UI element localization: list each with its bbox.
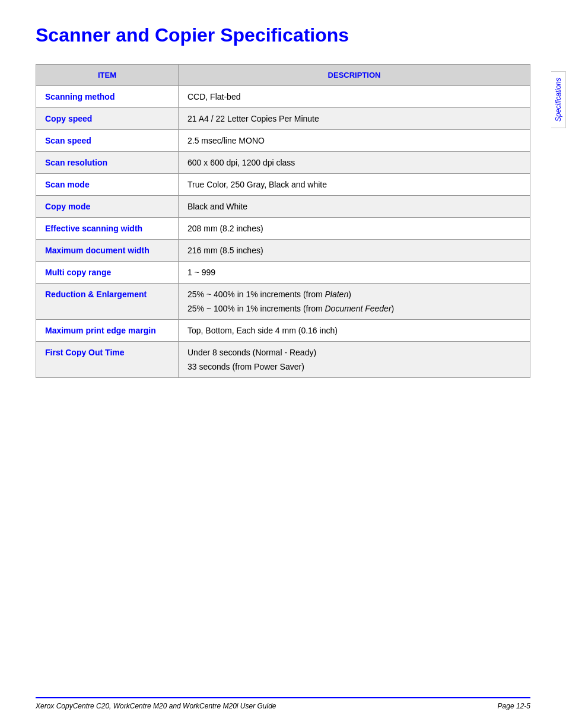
table-row-description: Under 8 seconds (Normal - Ready)33 secon… bbox=[179, 342, 530, 378]
table-row-item: Reduction & Enlargement bbox=[36, 284, 179, 320]
table-row-item: Copy mode bbox=[36, 196, 179, 218]
table-row-item: Maximum document width bbox=[36, 240, 179, 262]
footer: Xerox CopyCentre C20, WorkCentre M20 and… bbox=[36, 697, 530, 710]
footer-right: Page 12-5 bbox=[498, 702, 530, 710]
table-row-description: 1 ~ 999 bbox=[179, 262, 530, 284]
table-row-item: Copy speed bbox=[36, 108, 179, 130]
table-row-description: Black and White bbox=[179, 196, 530, 218]
table-row-description: 21 A4 / 22 Letter Copies Per Minute bbox=[179, 108, 530, 130]
table-row-item: First Copy Out Time bbox=[36, 342, 179, 378]
table-row-description: True Color, 250 Gray, Black and white bbox=[179, 174, 530, 196]
table-row-description: 2.5 msec/line MONO bbox=[179, 130, 530, 152]
footer-left: Xerox CopyCentre C20, WorkCentre M20 and… bbox=[36, 702, 276, 710]
table-row-item: Scan resolution bbox=[36, 152, 179, 174]
table-row-item: Scan mode bbox=[36, 174, 179, 196]
table-row-description: CCD, Flat-bed bbox=[179, 86, 530, 108]
table-row-description: Top, Bottom, Each side 4 mm (0.16 inch) bbox=[179, 320, 530, 342]
table-header-description: DESCRIPTION bbox=[179, 65, 530, 86]
side-tab: Specifications bbox=[551, 71, 566, 128]
table-row-item: Scan speed bbox=[36, 130, 179, 152]
table-row-item: Multi copy range bbox=[36, 262, 179, 284]
table-row-description: 208 mm (8.2 inches) bbox=[179, 218, 530, 240]
table-row-item: Maximum print edge margin bbox=[36, 320, 179, 342]
page-title: Scanner and Copier Specifications bbox=[36, 24, 530, 46]
table-row-description: 216 mm (8.5 inches) bbox=[179, 240, 530, 262]
table-row-item: Effective scanning width bbox=[36, 218, 179, 240]
table-row-item: Scanning method bbox=[36, 86, 179, 108]
table-row-description: 600 x 600 dpi, 1200 dpi class bbox=[179, 152, 530, 174]
table-row-description: 25% ~ 400% in 1% increments (from Platen… bbox=[179, 284, 530, 320]
table-header-item: ITEM bbox=[36, 65, 179, 86]
specs-table: ITEM DESCRIPTION Scanning methodCCD, Fla… bbox=[36, 64, 530, 378]
